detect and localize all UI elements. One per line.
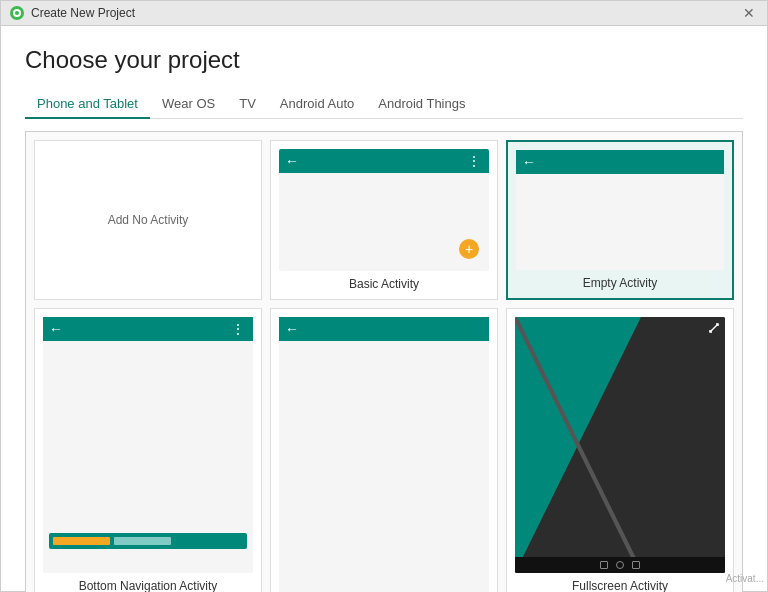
tabs-bar: Phone and Tablet Wear OS TV Android Auto… — [25, 90, 743, 119]
activity-grid: Add No Activity ← ⋮ + Basic Activity — [25, 131, 743, 592]
grid-item-arrow-only[interactable]: ← — [270, 308, 498, 592]
add-no-activity-label: Add No Activity — [43, 149, 253, 291]
title-bar-text: Create New Project — [31, 6, 135, 20]
arrow-icon: ← — [285, 321, 299, 337]
grid-item-basic-activity[interactable]: ← ⋮ + Basic Activity — [270, 140, 498, 300]
bottom-nav-topbar: ← ⋮ — [43, 317, 253, 341]
svg-line-6 — [710, 324, 718, 332]
bottom-nav-body — [43, 341, 253, 573]
title-bar: Create New Project ✕ — [1, 1, 767, 26]
bottom-nav-back-icon: ← — [49, 321, 63, 337]
preview-add-no-activity: Add No Activity — [43, 149, 253, 291]
svg-point-2 — [15, 11, 19, 15]
tab-tv[interactable]: TV — [227, 90, 268, 119]
dialog-content: Choose your project Phone and Tablet Wea… — [1, 26, 767, 592]
empty-activity-label: Empty Activity — [583, 276, 658, 290]
overflow-icon: ⋮ — [467, 153, 483, 169]
title-bar-left: Create New Project — [9, 5, 135, 21]
fullscreen-home-icon — [616, 561, 624, 569]
watermark-text: Activat... — [726, 573, 764, 584]
tab-android-auto[interactable]: Android Auto — [268, 90, 366, 119]
grid-item-empty-activity[interactable]: ← Empty Activity — [506, 140, 734, 300]
close-icon[interactable]: ✕ — [739, 5, 759, 21]
page-title: Choose your project — [25, 46, 743, 74]
preview-bottom-nav: ← ⋮ — [43, 317, 253, 573]
empty-topbar: ← — [516, 150, 724, 174]
tab-wear-os[interactable]: Wear OS — [150, 90, 227, 119]
grid-item-fullscreen[interactable]: Fullscreen Activity — [506, 308, 734, 592]
expand-icon — [708, 322, 720, 334]
grid-item-bottom-nav[interactable]: ← ⋮ Bottom Navigation Activity — [34, 308, 262, 592]
fullscreen-back-icon — [632, 561, 640, 569]
grid-item-add-no-activity[interactable]: Add No Activity — [34, 140, 262, 300]
preview-basic-activity: ← ⋮ + — [279, 149, 489, 271]
empty-body — [516, 174, 724, 270]
tab-phone-tablet[interactable]: Phone and Tablet — [25, 90, 150, 119]
basic-body: + — [279, 173, 489, 271]
preview-fullscreen — [515, 317, 725, 573]
bottom-nav-overflow-icon: ⋮ — [231, 321, 247, 337]
basic-activity-label: Basic Activity — [349, 277, 419, 291]
preview-arrow-only: ← — [279, 317, 489, 592]
basic-topbar: ← ⋮ — [279, 149, 489, 173]
fullscreen-preview-svg — [515, 317, 725, 573]
preview-empty-activity: ← — [516, 150, 724, 270]
android-studio-icon — [9, 5, 25, 21]
fullscreen-nav-icon — [600, 561, 608, 569]
back-arrow-icon: ← — [285, 153, 299, 169]
fullscreen-bottom-bar — [515, 557, 725, 573]
create-project-dialog: Create New Project ✕ Choose your project… — [0, 0, 768, 592]
fab-icon: + — [459, 239, 479, 259]
bottom-nav-label: Bottom Navigation Activity — [79, 579, 218, 592]
arrow-bar: ← — [279, 317, 489, 341]
tab-android-things[interactable]: Android Things — [366, 90, 477, 119]
fullscreen-label: Fullscreen Activity — [572, 579, 668, 592]
empty-back-icon: ← — [522, 154, 536, 170]
